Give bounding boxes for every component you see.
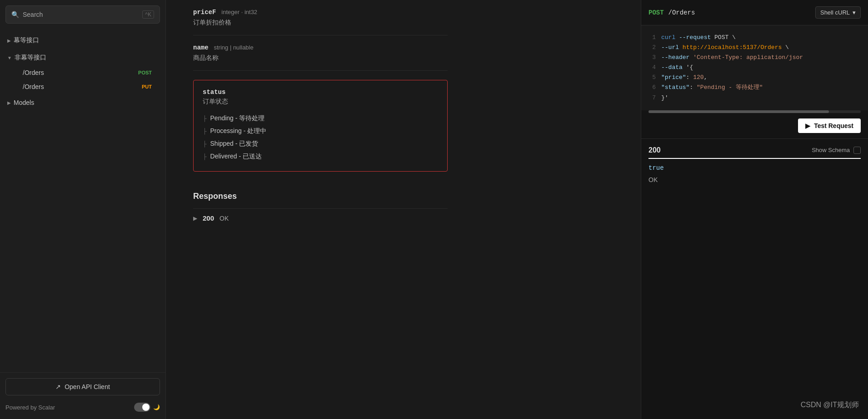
response-row-200[interactable]: ▶ 200 OK	[193, 208, 448, 227]
chevron-response-icon: ▶	[193, 215, 197, 222]
test-request-label: Test Request	[814, 122, 853, 129]
code-line-2: 2 --url http://localhost:5137/Orders \	[649, 43, 861, 53]
nav-item-orders-put-badge: PUT	[139, 83, 155, 90]
play-icon: ▶	[805, 122, 810, 129]
nav-item-orders-put[interactable]: /Orders PUT	[11, 80, 162, 94]
field-status-wrapper: status 订单状态 ├ Pending - 等待处理 ├ Processin…	[193, 71, 448, 181]
nav-group-hidden: ▶ 幕等接口	[0, 33, 165, 48]
response-body-true: true	[649, 164, 861, 172]
chevron-right-models-icon: ▶	[7, 100, 11, 105]
field-name-type: string | nullable	[214, 44, 254, 51]
response-status-code: 200	[649, 146, 661, 154]
status-option-2-label: Shipped - 已发货	[210, 140, 259, 148]
client-selector[interactable]: Shell cURL ▾	[815, 6, 861, 19]
sidebar-nav: ▶ 幕等接口 ▼ 非幕等接口 /Orders POST /Orders PUT	[0, 29, 165, 372]
nav-item-orders-post[interactable]: /Orders POST	[11, 66, 162, 79]
status-option-3: ├ Delivered - 已送达	[203, 150, 438, 163]
test-request-wrap: ▶ Test Request	[641, 113, 868, 139]
nav-item-models[interactable]: ▶ Models	[0, 95, 165, 110]
show-schema-wrap: Show Schema	[812, 147, 861, 154]
show-schema-label: Show Schema	[812, 147, 850, 153]
field-name-name: name	[193, 44, 209, 51]
theme-toggle[interactable]	[134, 403, 150, 412]
powered-by-label: Powered by Scalar	[5, 404, 55, 411]
field-pricef: priceF integer · int32 订单折扣价格	[193, 0, 448, 35]
search-icon: 🔍	[11, 11, 19, 18]
status-box: status 订单状态 ├ Pending - 等待处理 ├ Processin…	[193, 80, 448, 172]
code-line-5: 5 "price": 120,	[649, 73, 861, 83]
nav-group-nonhidden-header[interactable]: ▼ 非幕等接口	[0, 50, 165, 65]
code-line-1: 1 curl --request POST \	[649, 33, 861, 43]
field-pricef-desc: 订单折扣价格	[193, 19, 448, 27]
sidebar-footer: ↗ Open API Client Powered by Scalar 🌙	[0, 372, 165, 419]
nav-group-nonhidden-label: 非幕等接口	[15, 54, 46, 62]
nav-group-nonhidden: ▼ 非幕等接口 /Orders POST /Orders PUT	[0, 50, 165, 94]
status-prefix-1: ├	[203, 128, 207, 134]
status-option-0: ├ Pending - 等待处理	[203, 112, 438, 125]
response-status-row: 200 Show Schema	[649, 146, 861, 159]
request-info: POST /Orders	[649, 9, 695, 16]
status-option-1-label: Processing - 处理中	[210, 127, 267, 135]
moon-icon: 🌙	[153, 404, 160, 410]
status-option-0-label: Pending - 等待处理	[210, 114, 265, 123]
response-panel: 200 Show Schema true OK	[641, 139, 868, 191]
status-option-3-label: Delivered - 已送达	[210, 153, 262, 161]
nav-item-orders-put-label: /Orders	[23, 83, 44, 90]
request-method: POST	[649, 9, 664, 16]
field-pricef-name: priceF	[193, 9, 216, 16]
powered-by-row: Powered by Scalar 🌙	[5, 401, 160, 414]
search-shortcut: ^K	[142, 10, 154, 19]
search-label: Search	[23, 11, 139, 18]
status-prefix-0: ├	[203, 115, 207, 122]
status-prefix-3: ├	[203, 153, 207, 160]
code-line-7: 7 }'	[649, 93, 861, 103]
chevron-down-icon: ▼	[7, 55, 12, 60]
field-name: name string | nullable 商品名称	[193, 35, 448, 71]
status-title: status	[203, 89, 438, 96]
sidebar: 🔍 Search ^K ▶ 幕等接口 ▼ 非幕等接口 /Orders POST	[0, 0, 166, 419]
response-code-200: 200	[203, 214, 214, 222]
test-request-button[interactable]: ▶ Test Request	[798, 118, 861, 133]
response-body-ok: OK	[649, 176, 861, 183]
right-panel: POST /Orders Shell cURL ▾ 1 curl --reque…	[641, 0, 868, 419]
content-inner: priceF integer · int32 订单折扣价格 name strin…	[193, 0, 448, 253]
nav-item-models-label: Models	[14, 99, 34, 106]
nav-items-nonhidden: /Orders POST /Orders PUT	[7, 66, 165, 94]
code-line-3: 3 --header 'Content-Type: application/js…	[649, 53, 861, 63]
show-schema-checkbox[interactable]	[853, 147, 861, 154]
csdn-watermark: CSDN @IT规划师	[801, 400, 859, 410]
field-name-desc: 商品名称	[193, 54, 448, 62]
status-description: 订单状态	[203, 98, 438, 106]
nav-group-hidden-label: 幕等接口	[14, 36, 39, 44]
code-line-4: 4 --data '{	[649, 63, 861, 73]
field-name-header: name string | nullable	[193, 44, 448, 51]
main-content: priceF integer · int32 订单折扣价格 name strin…	[166, 0, 641, 419]
nav-item-orders-post-label: /Orders	[23, 69, 44, 76]
status-option-2: ├ Shipped - 已发货	[203, 138, 438, 150]
request-header: POST /Orders Shell cURL ▾	[641, 0, 868, 25]
open-api-icon: ↗	[55, 383, 61, 390]
code-block: 1 curl --request POST \ 2 --url http://l…	[641, 25, 868, 110]
nav-group-hidden-header[interactable]: ▶ 幕等接口	[0, 33, 165, 48]
search-bar[interactable]: 🔍 Search ^K	[5, 5, 160, 24]
toggle-knob	[142, 404, 150, 411]
responses-title: Responses	[193, 192, 448, 201]
chevron-client-icon: ▾	[853, 9, 856, 16]
code-line-6: 6 "status": "Pending - 等待处理"	[649, 83, 861, 93]
response-label-200: OK	[219, 215, 229, 222]
chevron-right-icon: ▶	[7, 38, 11, 43]
request-path: /Orders	[668, 9, 695, 16]
status-prefix-2: ├	[203, 141, 207, 147]
theme-toggle-wrap: 🌙	[134, 403, 160, 412]
status-option-1: ├ Processing - 处理中	[203, 125, 438, 138]
open-api-button[interactable]: ↗ Open API Client	[5, 378, 160, 395]
field-pricef-type: integer · int32	[221, 9, 257, 15]
responses-section: Responses ▶ 200 OK	[193, 181, 448, 235]
client-label: Shell cURL	[820, 9, 850, 16]
nav-item-orders-post-badge: POST	[135, 69, 155, 76]
field-pricef-header: priceF integer · int32	[193, 8, 448, 16]
